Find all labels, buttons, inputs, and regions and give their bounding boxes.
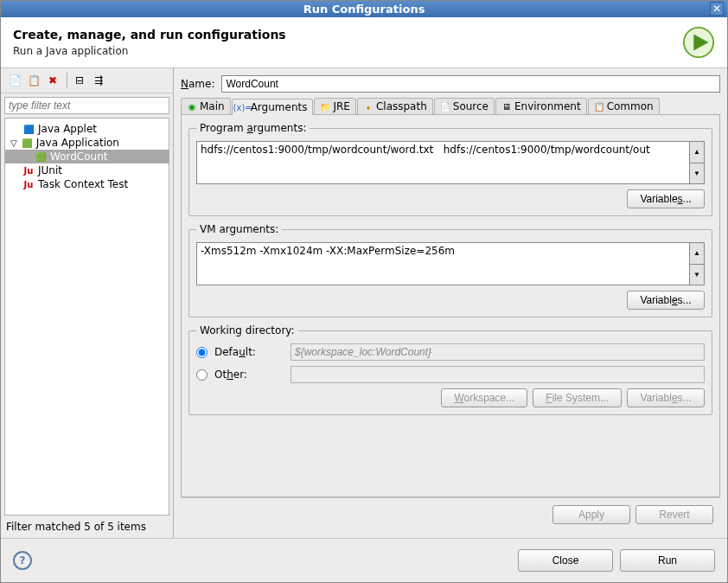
main-tab-icon: ◉ — [187, 101, 197, 112]
workspace-button[interactable]: Workspace... — [441, 388, 527, 407]
filter-icon[interactable]: ⇶ — [90, 72, 107, 89]
name-input[interactable] — [221, 75, 720, 93]
java-app-icon: 🟩 — [35, 151, 47, 163]
java-app-icon: 🟩 — [21, 137, 33, 149]
tree-label: WordCount — [50, 151, 107, 163]
junit-icon: Ju — [22, 164, 35, 176]
delete-icon[interactable]: ✖ — [44, 72, 61, 89]
other-label: Other: — [214, 368, 284, 381]
wd-variables-button[interactable]: Variables... — [627, 388, 705, 407]
working-dir-group: Working directory: Default: Other: Works… — [188, 324, 712, 415]
tree-item-junit[interactable]: Ju JUnit — [5, 163, 169, 177]
close-button[interactable]: Close — [518, 549, 613, 572]
program-args-label: Program arguments: — [196, 122, 310, 134]
duplicate-icon[interactable]: 📋 — [25, 72, 42, 89]
tab-bar: ◉Main (x)=Arguments 📁JRE ⬥Classpath 📄Sou… — [181, 98, 720, 115]
separator — [67, 73, 67, 88]
spinner: ▲ ▼ — [689, 242, 705, 285]
tab-main[interactable]: ◉Main — [181, 98, 231, 114]
vm-args-group: VM arguments: -Xms512m -Xmx1024m -XX:Max… — [188, 223, 712, 317]
header-subtitle: Run a Java application — [13, 45, 682, 57]
header-title: Create, manage, and run configurations — [13, 28, 682, 42]
run-icon — [682, 26, 715, 59]
new-config-icon[interactable]: 📄 — [6, 72, 23, 89]
env-tab-icon: 🖥 — [501, 101, 512, 112]
source-tab-icon: 📄 — [440, 101, 450, 112]
tab-classpath[interactable]: ⬥Classpath — [357, 98, 433, 114]
tab-common[interactable]: 📋Common — [588, 98, 660, 114]
tree-label: Java Applet — [38, 123, 97, 135]
tree-item-java-applet[interactable]: 🟦 Java Applet — [5, 122, 169, 136]
revert-button[interactable]: Revert — [635, 505, 713, 524]
other-dir-input[interactable] — [291, 366, 705, 383]
tab-content: Program arguments: hdfs://centos1:9000/t… — [181, 115, 720, 497]
vm-args-input[interactable]: -Xms512m -Xmx1024m -XX:MaxPermSize=256m — [196, 242, 689, 285]
classpath-tab-icon: ⬥ — [363, 101, 374, 112]
spin-up-icon[interactable]: ▲ — [690, 243, 704, 264]
applet-icon: 🟦 — [22, 123, 35, 135]
tree-label: Java Application — [36, 137, 119, 149]
header: Create, manage, and run configurations R… — [1, 17, 727, 68]
default-dir-input — [291, 343, 705, 361]
sidebar-toolbar: 📄 📋 ✖ ⊟ ⇶ — [1, 68, 173, 93]
tab-jre[interactable]: 📁JRE — [314, 98, 355, 114]
jre-tab-icon: 📁 — [320, 101, 330, 112]
program-variables-button[interactable]: Variables... — [627, 189, 705, 208]
filter-box — [4, 97, 169, 114]
working-dir-label: Working directory: — [196, 324, 298, 336]
filter-input[interactable] — [4, 97, 169, 114]
tree-label: Task Context Test — [38, 178, 128, 190]
program-args-input[interactable]: hdfs://centos1:9000/tmp/wordcount/word.t… — [196, 141, 689, 184]
sidebar: 📄 📋 ✖ ⊟ ⇶ 🟦 Java Applet ▽ 🟩 Java Applica… — [1, 68, 174, 538]
help-icon[interactable]: ? — [13, 551, 32, 570]
other-radio[interactable] — [196, 369, 208, 381]
tab-environment[interactable]: 🖥Environment — [495, 98, 587, 114]
footer: ? Close Run — [1, 538, 727, 582]
action-bar: Apply Revert — [181, 497, 720, 531]
spin-up-icon[interactable]: ▲ — [690, 142, 704, 163]
filter-status: Filter matched 5 of 5 items — [1, 516, 173, 538]
apply-button[interactable]: Apply — [552, 505, 630, 524]
tree-label: JUnit — [38, 164, 62, 176]
vm-args-label: VM arguments: — [196, 223, 282, 235]
content-panel: Name: ◉Main (x)=Arguments 📁JRE ⬥Classpat… — [174, 68, 727, 538]
tab-arguments[interactable]: (x)=Arguments — [232, 99, 314, 115]
close-icon[interactable]: ✕ — [710, 2, 724, 16]
tree-item-wordcount[interactable]: 🟩 WordCount — [5, 150, 169, 163]
chevron-down-icon[interactable]: ▽ — [10, 138, 17, 148]
run-config-dialog: Run Configurations ✕ Create, manage, and… — [0, 0, 728, 583]
args-tab-icon: (x)= — [238, 102, 248, 112]
window-title: Run Configurations — [303, 3, 425, 16]
name-label: Name: — [181, 78, 214, 90]
title-bar: Run Configurations ✕ — [1, 1, 727, 17]
collapse-icon[interactable]: ⊟ — [71, 72, 88, 89]
vm-variables-button[interactable]: Variables... — [627, 291, 705, 310]
run-button[interactable]: Run — [620, 549, 715, 572]
program-args-group: Program arguments: hdfs://centos1:9000/t… — [188, 122, 712, 216]
default-radio[interactable] — [196, 347, 208, 358]
task-icon: Ju — [22, 178, 35, 190]
common-tab-icon: 📋 — [594, 101, 604, 112]
config-tree: 🟦 Java Applet ▽ 🟩 Java Application 🟩 Wor… — [4, 118, 169, 516]
spinner: ▲ ▼ — [689, 141, 705, 184]
tab-source[interactable]: 📄Source — [434, 98, 495, 114]
main-area: 📄 📋 ✖ ⊟ ⇶ 🟦 Java Applet ▽ 🟩 Java Applica… — [1, 68, 727, 538]
tree-item-task-context[interactable]: Ju Task Context Test — [5, 177, 169, 191]
tree-item-java-application[interactable]: ▽ 🟩 Java Application — [5, 136, 169, 150]
spin-down-icon[interactable]: ▼ — [690, 163, 704, 184]
spin-down-icon[interactable]: ▼ — [690, 264, 704, 285]
filesystem-button[interactable]: File System... — [533, 388, 622, 407]
default-label: Default: — [214, 346, 284, 358]
